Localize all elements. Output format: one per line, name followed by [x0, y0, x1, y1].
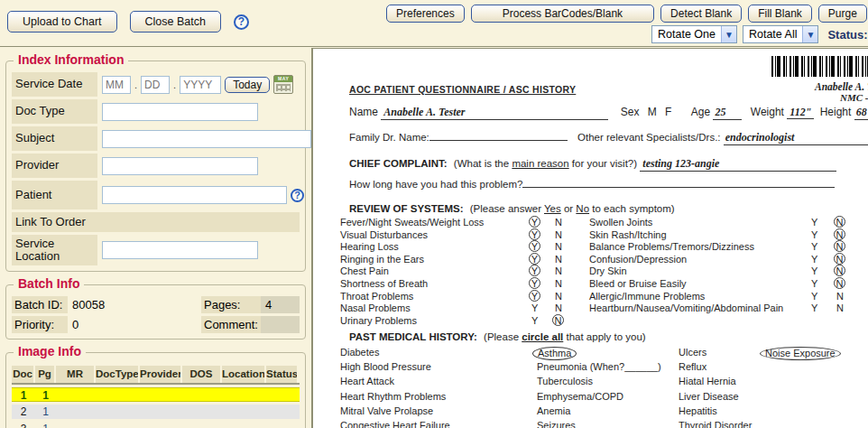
ros-item-label: Allergic/Immune Problems	[589, 291, 705, 302]
pmh-item: High Blood Pressure	[340, 361, 450, 376]
ros-answer-yes: Y	[811, 229, 817, 240]
help-icon[interactable]: ?	[234, 14, 249, 30]
chief-question-underlined: main reason	[512, 158, 568, 169]
image-table-cell: 1	[12, 388, 35, 401]
ros-answer-yes-circled: Y	[529, 277, 540, 289]
pmh-item: Noise Exposure	[764, 347, 841, 361]
ros-item: Fever/Night Sweats/Weight LossYN	[340, 217, 593, 229]
sex-label: Sex	[621, 106, 640, 118]
patient-label: Patient	[12, 181, 97, 209]
image-table-cell	[96, 422, 140, 428]
name-value: Anabelle A. Tester	[381, 106, 608, 120]
ros-answer-no: N	[555, 217, 562, 228]
provider-input[interactable]	[102, 157, 258, 175]
ros-item: Bleed or Bruise EasilyYN	[589, 278, 868, 291]
ros-item-label: Shortness of Breath	[340, 278, 428, 289]
purge-button[interactable]: Purge	[818, 5, 867, 23]
rotate-all-select[interactable]: Rotate All ▼	[743, 25, 819, 43]
ros-item-label: Urinary Problems	[340, 315, 417, 326]
ros-answer-no: N	[555, 278, 562, 289]
image-table-cell: 1	[35, 405, 56, 419]
provider-label: Provider	[12, 154, 97, 178]
image-table-cell	[266, 422, 299, 428]
ros-sub-post: to each symptom)	[589, 203, 675, 214]
pmh-item-label: Tuberculosis	[537, 376, 593, 386]
ros-item: Chest PainYN	[340, 265, 593, 278]
ros-item: Heartburn/Nausea/Vomiting/Abdominal Pain…	[589, 302, 868, 315]
process-barcodes-button[interactable]: Process BarCodes/Blank	[471, 5, 654, 23]
service-date-yyyy-input[interactable]	[180, 76, 221, 94]
pmh-item: Hiatal Hernia	[679, 376, 752, 390]
pmh-item-label: Congestive Heart Failure	[340, 420, 450, 428]
priority-label: Priority:	[12, 316, 68, 333]
ros-answer-yes: Y	[811, 302, 817, 313]
ros-item: Visual DisturbancesYN	[340, 229, 593, 242]
ros-item: Dry SkinYN	[589, 265, 868, 278]
detect-blank-button[interactable]: Detect Blank	[660, 5, 742, 23]
ros-answer-no-circled: N	[552, 314, 564, 326]
image-table-cell	[266, 405, 299, 419]
image-table-column-header: Doc	[12, 366, 35, 383]
service-location-input[interactable]	[102, 241, 258, 259]
service-date-dd-input[interactable]	[141, 76, 170, 94]
document-title: AOC PATIENT QUESTIONNAIRE / ASC HISTORY	[349, 84, 576, 95]
pmh-item-label: Heart Attack	[340, 376, 394, 386]
fill-blank-button[interactable]: Fill Blank	[748, 5, 812, 23]
patient-input[interactable]	[102, 186, 287, 204]
image-table-cell	[56, 405, 96, 419]
ros-item: Nasal ProblemsYN	[340, 302, 593, 315]
pmh-sub-post: that apply to you)	[563, 331, 645, 342]
batch-id-label: Batch ID:	[12, 296, 68, 313]
pmh-item: Heart Attack	[340, 376, 450, 390]
today-button[interactable]: Today	[225, 77, 270, 93]
top-toolbar: Upload to Chart Close Batch ? Preference…	[0, 0, 868, 47]
pmh-sub-pre: (Please	[484, 331, 522, 342]
ros-item-label: Dry Skin	[589, 265, 627, 276]
height-value: 68"	[854, 106, 868, 120]
image-table-cell	[140, 388, 182, 401]
ros-answer-no: N	[555, 254, 562, 265]
chief-complaint-label: CHIEF COMPLAINT:	[349, 158, 448, 169]
how-long-row: How long have you had this problem?	[349, 178, 835, 190]
ros-answer-yes-circled: Y	[529, 265, 540, 276]
image-table-row[interactable]: 11	[12, 387, 300, 402]
image-table-cell: 1	[35, 422, 56, 428]
pmh-item-label: Liver Disease	[679, 391, 739, 402]
service-location-label: Service Location	[12, 235, 97, 265]
subject-row: Subject	[12, 126, 300, 151]
pmh-item: Anemia	[537, 405, 661, 420]
pmh-col-2: AsthmaPneumonia (When?______)Tuberculosi…	[537, 347, 661, 428]
subject-input[interactable]	[102, 130, 311, 148]
image-table-cell	[96, 388, 140, 401]
image-table-cell	[182, 405, 222, 419]
image-table-row[interactable]: 21	[12, 405, 300, 419]
document-viewer[interactable]: Anabelle A. Tester NMC - 6 AOC PATIENT Q…	[312, 48, 868, 428]
patient-row: Patient ?	[12, 181, 300, 209]
pmh-item-label: Reflux	[679, 361, 706, 372]
status-label: Status:	[827, 28, 867, 42]
ros-item: Allergic/Immune ProblemsYN	[589, 291, 868, 303]
service-date-label: Service Date	[12, 72, 97, 97]
calendar-icon[interactable]	[273, 75, 293, 94]
ros-sub-pre: (Please answer	[470, 203, 544, 214]
ros-item: Ringing in the EarsYN	[340, 254, 593, 266]
date-separator: .	[134, 79, 137, 90]
upload-to-chart-button[interactable]: Upload to Chart	[7, 11, 117, 33]
service-date-mm-input[interactable]	[102, 76, 131, 94]
priority-value: 0	[68, 316, 201, 333]
sex-option-f: F	[665, 106, 671, 118]
link-to-order-row: Link To Order	[12, 212, 300, 232]
pmh-item-label: Thyroid Disorder	[679, 420, 752, 428]
preferences-button[interactable]: Preferences	[386, 5, 465, 23]
ros-item: Throat ProblemsYN	[340, 291, 593, 303]
height-label: Height	[820, 106, 852, 118]
close-batch-button[interactable]: Close Batch	[130, 11, 221, 33]
left-panel: Index Information Service Date . . Today…	[0, 48, 312, 428]
ros-answer-yes: Y	[811, 241, 817, 252]
document-corner-patient-name: Anabelle A. Tester	[815, 81, 868, 92]
doc-type-input[interactable]	[102, 103, 258, 121]
patient-help-icon[interactable]: ?	[291, 189, 304, 202]
image-table-row[interactable]: 31	[12, 422, 300, 428]
rotate-one-select[interactable]: Rotate One ▼	[651, 25, 737, 43]
pmh-item: Heart Rhythm Problems	[340, 391, 450, 405]
